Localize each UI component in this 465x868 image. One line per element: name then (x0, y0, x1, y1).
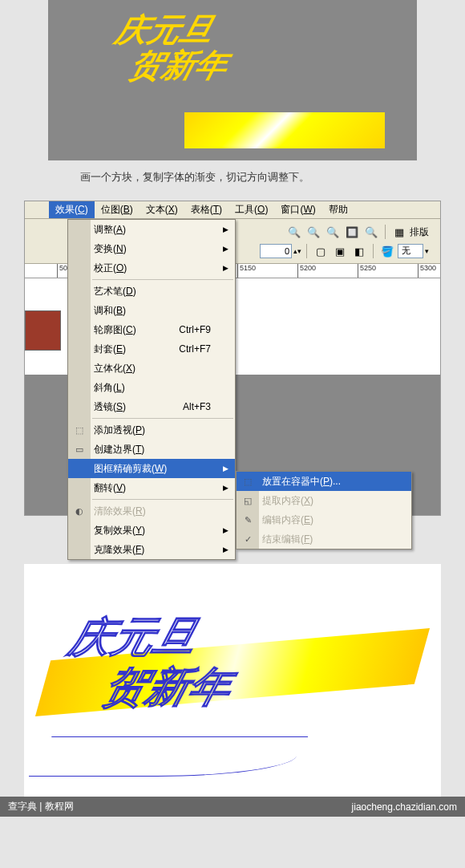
effects-dropdown: 调整(A)▶ 变换(N)▶ 校正(O)▶ 艺术笔(D) 调和(B) 轮廓图(C)… (67, 219, 236, 560)
separator (373, 244, 374, 258)
zoom-sel-icon[interactable]: 🔍 (362, 223, 380, 241)
ruler-tick: 5300 (418, 264, 436, 278)
submenu-arrow-icon: ▶ (223, 546, 228, 554)
ruler-tick: 5150 (237, 264, 256, 278)
menubar-spacer (25, 209, 49, 212)
menu-contour[interactable]: 轮廓图(C)Ctrl+F9 (68, 320, 235, 339)
grid-icon[interactable]: ▦ (390, 223, 408, 241)
spinner-1[interactable] (260, 244, 292, 258)
layout-label: 排版 (410, 225, 429, 239)
caption-1: 画一个方块，复制字体的渐变，切记方向调整下。 (0, 160, 465, 201)
zoom-fit-icon[interactable]: 🔍 (324, 223, 342, 241)
menu-lens[interactable]: 透镜(S)Alt+F3 (68, 397, 235, 416)
zoom-out-icon[interactable]: 🔍 (305, 223, 322, 241)
submenu-arrow-icon: ▶ (223, 484, 228, 492)
menu-copy-effect[interactable]: 复制效果(Y)▶ (68, 521, 235, 540)
menu-text[interactable]: 文本(X) (140, 201, 184, 218)
watermark-bar: 查字典 | 教程网 jiaocheng.chazidian.com (0, 797, 465, 817)
submenu-arrow-icon: ▶ (223, 526, 228, 534)
menu-envelope[interactable]: 封套(E)Ctrl+F7 (68, 339, 235, 359)
menu-flip[interactable]: 翻转(V)▶ (68, 478, 235, 497)
powerclip-submenu: ⬚放置在容器中(P)... ◱提取内容(X) ✎编辑内容(E) ✓结束编辑(F) (236, 471, 412, 550)
outline-line-2: 贺新年 (51, 662, 237, 712)
submenu-arrow-icon: ▶ (223, 464, 228, 473)
swoosh-outline (29, 736, 309, 777)
tool-icon-1[interactable]: ▢ (312, 242, 330, 260)
shortcut-label: Ctrl+F9 (179, 324, 211, 335)
red-object (25, 310, 61, 351)
perspective-icon: ⬚ (73, 424, 86, 436)
menubar: 效果(C) 位图(B) 文本(X) 表格(T) 工具(O) 窗口(W) 帮助 (25, 201, 440, 219)
gradient-rectangle (184, 112, 385, 148)
spinner-arrows-icon[interactable]: ▴▾ (293, 247, 301, 255)
menu-powerclip[interactable]: 图框精确剪裁(W)▶ (68, 459, 235, 478)
canvas-preview-1: 庆元旦 贺新年 (48, 0, 417, 160)
outline-line-1: 庆元旦 (64, 612, 251, 662)
extract-icon: ◱ (241, 494, 254, 507)
menu-effects[interactable]: 效果(C) (49, 201, 95, 218)
dropdown-arrow-icon[interactable]: ▾ (425, 247, 429, 255)
separator (306, 244, 307, 258)
menu-help[interactable]: 帮助 (322, 201, 354, 218)
menu-tools[interactable]: 工具(O) (228, 201, 274, 218)
edit-icon: ✎ (241, 513, 254, 526)
submenu-finish: ✓结束编辑(F) (237, 529, 411, 549)
separator (385, 225, 386, 239)
submenu-edit: ✎编辑内容(E) (237, 510, 411, 529)
menu-art-brush[interactable]: 艺术笔(D) (68, 282, 235, 301)
zoom-icon[interactable]: 🔍 (285, 223, 303, 241)
menu-separator (92, 418, 233, 419)
menu-create-boundary[interactable]: ▭创建边界(T) (68, 440, 235, 459)
menu-window[interactable]: 窗口(W) (274, 201, 321, 218)
menu-transform[interactable]: 变换(N)▶ (68, 239, 235, 258)
boundary-icon: ▭ (73, 443, 86, 456)
submenu-arrow-icon: ▶ (223, 225, 228, 233)
container-icon: ⬚ (241, 475, 254, 488)
fill-icon[interactable]: 🪣 (378, 242, 396, 260)
tool-icon-2[interactable]: ▣ (331, 242, 349, 260)
submenu-extract: ◱提取内容(X) (237, 491, 411, 510)
menu-bitmap[interactable]: 位图(B) (95, 201, 140, 218)
art-line-1: 庆元旦 (112, 12, 242, 47)
submenu-arrow-icon: ▶ (223, 264, 228, 272)
menu-add-perspective[interactable]: ⬚添加透视(P) (68, 420, 235, 440)
ruler-tick: 5250 (358, 264, 376, 278)
artwork-text: 庆元旦 贺新年 (103, 12, 242, 83)
section-3: 庆元旦 贺新年 (24, 564, 441, 797)
ruler-tick: 5200 (297, 264, 316, 278)
fill-select[interactable]: 无 (398, 244, 423, 258)
outline-text: 庆元旦 贺新年 (51, 612, 250, 712)
submenu-arrow-icon: ▶ (223, 245, 228, 253)
shortcut-label: Ctrl+F7 (179, 343, 211, 355)
menu-clear-effect: ◐清除效果(R) (68, 501, 235, 521)
section-1: 庆元旦 贺新年 画一个方块，复制字体的渐变，切记方向调整下。 (0, 0, 465, 201)
shortcut-label: Alt+F3 (183, 401, 211, 412)
menu-clone-effect[interactable]: 克隆效果(F)▶ (68, 540, 235, 559)
software-window: 效果(C) 位图(B) 文本(X) 表格(T) 工具(O) 窗口(W) 帮助 🔍… (24, 201, 441, 516)
clear-icon: ◐ (73, 505, 86, 517)
menu-bevel[interactable]: 斜角(L) (68, 378, 235, 397)
zoom-page-icon[interactable]: 🔲 (343, 223, 361, 241)
tool-icon-3[interactable]: ◧ (350, 242, 368, 260)
submenu-place-in-container[interactable]: ⬚放置在容器中(P)... (237, 472, 411, 491)
menu-separator (92, 499, 233, 500)
menu-correct[interactable]: 校正(O)▶ (68, 258, 235, 278)
menu-separator (92, 279, 233, 280)
menu-table[interactable]: 表格(T) (184, 201, 228, 218)
watermark-url: jiaocheng.chazidian.com (352, 801, 457, 813)
menu-extrude[interactable]: 立体化(X) (68, 359, 235, 378)
finish-icon: ✓ (241, 533, 254, 546)
menu-adjust[interactable]: 调整(A)▶ (68, 220, 235, 239)
art-line-2: 贺新年 (103, 47, 232, 83)
menu-blend[interactable]: 调和(B) (68, 301, 235, 320)
watermark-brand: 查字典 | 教程网 (8, 800, 74, 813)
canvas-preview-3: 庆元旦 贺新年 (24, 564, 441, 797)
